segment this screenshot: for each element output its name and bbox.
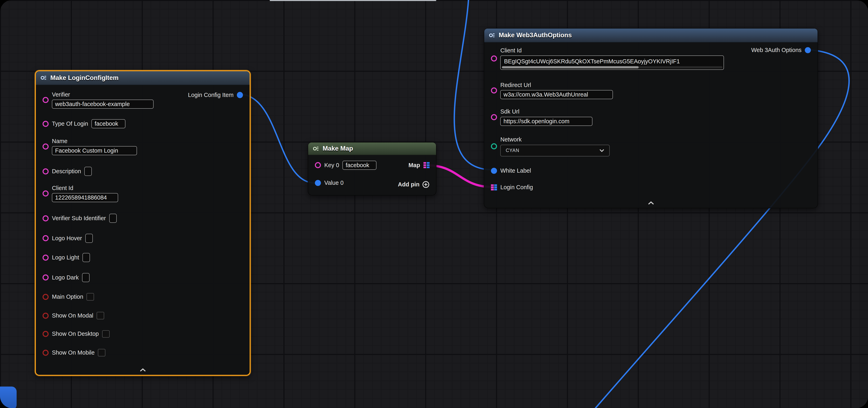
logo-light-pin[interactable] (42, 254, 49, 261)
key0-pin[interactable] (315, 162, 321, 168)
pin-row-network: Network CYAN (491, 135, 610, 158)
pin-row-verifier-sub-identifier: Verifier Sub Identifier (42, 213, 117, 224)
redirect-url-label: Redirect Url (500, 82, 613, 89)
logo-light-field[interactable] (83, 253, 90, 262)
network-pin[interactable] (491, 143, 497, 149)
verifier-sub-identifier-pin[interactable] (42, 215, 49, 222)
pin-row-key0: Key 0 facebook (315, 160, 376, 171)
show-on-mobile-label: Show On Mobile (52, 349, 94, 356)
logo-dark-pin[interactable] (42, 274, 49, 280)
show-on-modal-pin[interactable] (42, 313, 49, 319)
pin-row-client-id: Client Id 1222658941886084 (42, 183, 118, 203)
main-option-checkbox[interactable] (87, 293, 94, 301)
client-id-field[interactable]: BEgIQSgt4cUWcj6SKRdu5QkOXTsePmMcusG5EAoy… (500, 56, 724, 70)
type-of-login-label: Type Of Login (52, 121, 88, 127)
node-header[interactable]: Make Map (308, 142, 436, 155)
pin-row-logo-hover: Logo Hover (42, 233, 93, 244)
pin-row-logo-dark: Logo Dark (42, 272, 90, 283)
sdk-url-pin[interactable] (491, 114, 497, 120)
blueprint-graph-canvas[interactable]: Make LoginConfigItem Login Config Item V… (0, 0, 868, 408)
node-title: Make Web3AuthOptions (499, 32, 572, 39)
show-on-mobile-pin[interactable] (42, 350, 49, 356)
node-header[interactable]: Make LoginConfigItem (36, 71, 250, 85)
logo-dark-label: Logo Dark (52, 274, 79, 281)
hscroll-track[interactable] (502, 66, 722, 68)
pin-row-sdk-url: Sdk Url https://sdk.openlogin.com (491, 107, 592, 127)
pin-row-client-id: Client Id BEgIQSgt4cUWcj6SKRdu5QkOXTsePm… (491, 45, 724, 72)
client-id-pin[interactable] (42, 191, 49, 197)
node-make-loginconfigitem[interactable]: Make LoginConfigItem Login Config Item V… (35, 70, 251, 376)
show-on-desktop-label: Show On Desktop (52, 331, 99, 337)
pin-row-type-of-login: Type Of Login facebook (42, 118, 125, 129)
show-on-desktop-pin[interactable] (42, 331, 49, 337)
name-pin[interactable] (42, 143, 49, 149)
add-pin-button[interactable]: Add pin (398, 179, 430, 190)
node-header[interactable]: Make Web3AuthOptions (484, 29, 817, 42)
pin-row-redirect-url: Redirect Url w3a://com.w3a.Web3AuthUnrea… (491, 80, 613, 100)
name-label: Name (52, 138, 137, 144)
description-label: Description (52, 168, 81, 175)
logo-hover-pin[interactable] (42, 235, 49, 241)
redirect-url-pin[interactable] (491, 88, 497, 94)
main-option-pin[interactable] (42, 294, 49, 300)
verifier-sub-identifier-field[interactable] (109, 214, 117, 223)
hscroll-thumb[interactable] (502, 66, 639, 68)
network-dropdown[interactable]: CYAN (500, 145, 610, 157)
pin-row-value0: Value 0 (315, 177, 344, 189)
collapse-chevron-icon[interactable] (648, 201, 654, 205)
login-config-label: Login Config (500, 184, 533, 191)
type-of-login-field[interactable]: facebook (91, 119, 125, 128)
web3auth-output-label: Web 3Auth Options (751, 47, 802, 54)
verifier-pin[interactable] (42, 97, 49, 103)
make-map-icon (313, 145, 319, 152)
logo-hover-field[interactable] (85, 234, 93, 243)
show-on-modal-checkbox[interactable] (97, 312, 104, 319)
collapse-chevron-icon[interactable] (140, 368, 146, 372)
key0-field[interactable]: facebook (342, 161, 376, 170)
main-option-label: Main Option (52, 294, 83, 300)
white-label-label: White Label (500, 167, 531, 174)
network-label: Network (500, 136, 610, 143)
value0-label: Value 0 (324, 179, 343, 186)
pin-row-verifier: Verifier web3auth-facebook-example (42, 90, 154, 110)
map-output-label: Map (408, 162, 420, 169)
client-id-pin[interactable] (491, 56, 497, 62)
client-id-label: Client Id (500, 47, 724, 54)
pin-row-main-option: Main Option (42, 292, 94, 303)
client-id-label: Client Id (52, 185, 118, 192)
login-config-item-output-pin[interactable] (237, 92, 243, 98)
add-pin-label: Add pin (398, 181, 420, 188)
output-row-login-config-item: Login Config Item (188, 90, 243, 101)
redirect-url-field[interactable]: w3a://com.w3a.Web3AuthUnreal (500, 90, 613, 99)
logo-dark-field[interactable] (82, 273, 90, 282)
offscreen-node-corner[interactable] (0, 386, 17, 408)
description-field[interactable] (84, 167, 92, 176)
chevron-down-icon (599, 149, 604, 152)
value0-pin[interactable] (315, 180, 321, 186)
white-label-pin[interactable] (491, 168, 497, 174)
pin-row-name: Name Facebook Custom Login (42, 136, 137, 156)
make-struct-icon (40, 74, 47, 81)
pin-row-white-label: White Label (491, 165, 531, 176)
pin-row-logo-light: Logo Light (42, 252, 90, 263)
show-on-mobile-checkbox[interactable] (98, 349, 105, 356)
node-title: Make LoginConfigItem (50, 74, 119, 81)
verifier-field[interactable]: web3auth-facebook-example (52, 100, 153, 109)
description-pin[interactable] (42, 168, 49, 174)
logo-light-label: Logo Light (52, 254, 79, 261)
type-of-login-pin[interactable] (42, 121, 49, 127)
pin-row-login-config: Login Config (491, 182, 533, 193)
map-output-pin-icon[interactable] (424, 162, 430, 168)
login-config-map-pin-icon[interactable] (491, 184, 497, 191)
node-make-map[interactable]: Make Map Key 0 facebook Map Value 0 Add … (308, 142, 436, 196)
add-pin-plus-icon (422, 181, 430, 188)
client-id-field[interactable]: 1222658941886084 (52, 193, 118, 202)
node-make-web3authoptions[interactable]: Make Web3AuthOptions Web 3Auth Options C… (484, 28, 818, 208)
web3auth-options-output-pin[interactable] (805, 47, 811, 53)
name-field[interactable]: Facebook Custom Login (52, 146, 137, 155)
output-row-map: Map (408, 160, 430, 171)
pin-row-show-on-mobile: Show On Mobile (42, 347, 105, 359)
sdk-url-field[interactable]: https://sdk.openlogin.com (500, 117, 592, 126)
show-on-desktop-checkbox[interactable] (102, 330, 110, 338)
sdk-url-label: Sdk Url (500, 108, 592, 115)
